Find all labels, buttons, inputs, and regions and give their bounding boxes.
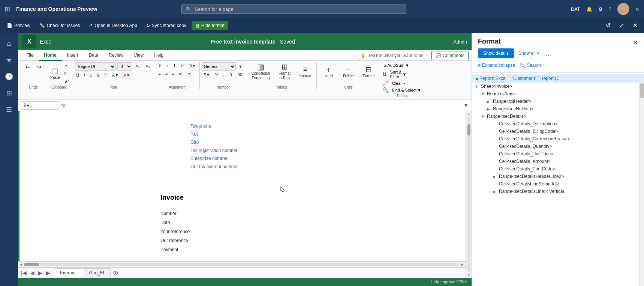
tree-item-unitprice[interactable]: Cell<secDetails_UnitPrice> [472, 150, 644, 158]
comments-button[interactable]: 💬 Comments [431, 51, 469, 60]
sidebar-recent-icon[interactable]: 🕐 [1, 69, 16, 84]
conditional-formatting-button[interactable]: ▦ ConditionalFormatting [249, 62, 273, 82]
fill-color-button[interactable]: A▼ [110, 72, 121, 78]
align-top-button[interactable]: ⬆ [156, 62, 163, 69]
refresh-icon[interactable]: ↺ [602, 20, 614, 32]
bell-icon[interactable]: 🔔 [586, 6, 592, 12]
tree-item-amount[interactable]: Cell<secDetails_Amount> [472, 158, 644, 165]
tree-item-secdetails[interactable]: ▼ Range<secDetails> [472, 113, 644, 120]
sheet-nav-first[interactable]: |◀ [19, 270, 28, 276]
expand-formula-bar-icon[interactable]: ▼ [463, 102, 469, 108]
tree-item-secnodata[interactable]: ▶ Range<secNoData> [472, 105, 644, 113]
help-icon[interactable]: ? [609, 6, 611, 12]
sync-button[interactable]: ↻ Sync stored copy [142, 21, 190, 30]
decrease-font-size-button[interactable]: A↓ [144, 63, 152, 70]
number-format-selector[interactable]: General [202, 62, 236, 71]
increase-font-size-button[interactable]: A↑ [134, 63, 142, 70]
increase-indent-button[interactable]: ⇥ [185, 70, 192, 77]
border-button[interactable]: ⊞ [102, 71, 109, 78]
percent-button[interactable]: % [213, 71, 220, 78]
report-item[interactable]: ◀ Report: Excel = "Customer FTI report (… [472, 74, 644, 83]
show-all-button[interactable]: Show all ▾ [517, 48, 541, 58]
strikethrough-button[interactable]: S [95, 72, 102, 78]
comma-button[interactable]: , [221, 71, 226, 78]
align-center-button[interactable]: ≡ [163, 70, 169, 77]
tab-home[interactable]: Home [39, 50, 61, 61]
copy-button[interactable]: ⎘ [63, 70, 70, 77]
delete-cells-button[interactable]: － Delete [339, 64, 358, 80]
popout-icon[interactable]: ⤢ [616, 20, 628, 32]
insert-cells-button[interactable]: ＋ Insert [319, 64, 338, 80]
wrap-text-button[interactable]: ↩ [179, 62, 186, 69]
sidebar-workspace-icon[interactable]: ⊞ [1, 86, 16, 101]
italic-button[interactable]: I [82, 72, 87, 78]
font-size-selector[interactable]: 8 [117, 62, 132, 71]
increase-decimal-button[interactable]: .00 [235, 71, 244, 78]
find-select-button[interactable]: Find & Select ▼ [390, 87, 423, 93]
format-painter-button[interactable]: 🖌 [63, 78, 70, 84]
tab-data[interactable]: Data [84, 50, 103, 61]
sidebar-star-icon[interactable]: ★ [1, 53, 16, 68]
spreadsheet-area[interactable]: Telephone Fax Giro Tax registration numb… [18, 111, 466, 261]
tab-file[interactable]: File [21, 50, 39, 61]
bold-button[interactable]: B [75, 72, 81, 78]
add-sheet-button[interactable]: ⊕ [113, 269, 118, 277]
merge-center-button[interactable]: ⊞▼ [187, 62, 198, 69]
currency-button[interactable]: $▼ [202, 71, 212, 78]
tree-item-rptheader[interactable]: ▶ Range<rptHeader> [472, 98, 644, 105]
check-issues-button[interactable]: ✏️ Check for issues [36, 21, 84, 30]
panel-scrollbar[interactable] [640, 82, 644, 286]
close-toolbar-icon[interactable]: ✕ [629, 20, 641, 32]
sidebar-modules-icon[interactable]: ☰ [1, 102, 16, 117]
sort-filter-button[interactable]: Sort &Filter ▼ [388, 69, 408, 80]
sheet-nav-next[interactable]: ▶ [37, 270, 44, 276]
number-format-dropdown[interactable]: ▼ [237, 63, 244, 70]
sheet-nav-prev[interactable]: ◀ [29, 270, 36, 276]
top-close-icon[interactable]: ✕ [635, 6, 640, 12]
tree-item-sheet-invoice[interactable]: ▼ Sheet<Invoice> [472, 83, 644, 90]
name-box[interactable] [21, 101, 58, 110]
sidebar-home-icon[interactable]: ⌂ [1, 36, 16, 51]
underline-button[interactable]: U [88, 72, 94, 78]
format-as-table-button[interactable]: ⊞ Formatas Table [275, 62, 295, 82]
tree-item-lineremark2[interactable]: Cell<secDetailsLineRemark2> [472, 180, 644, 188]
tree-item-quantity[interactable]: Cell<secDetails_Quantity> [472, 143, 644, 150]
tree-item-header-any[interactable]: ▼ Header<Any> [472, 90, 644, 98]
expand-collapse-button[interactable]: ≡ Expand/collapse [478, 63, 515, 68]
tree-item-secdetailsline[interactable]: ▶ Range<secDetailsLine>: Vertical [472, 188, 644, 195]
tree-item-description[interactable]: Cell<secDetails_Description> [472, 120, 644, 128]
horizontal-scrollbar[interactable]: ◀ ▶ [18, 261, 466, 267]
tab-insert[interactable]: Insert [62, 50, 84, 61]
font-color-button[interactable]: A▼ [121, 72, 132, 78]
user-avatar[interactable] [617, 3, 629, 15]
redo-button[interactable]: ↪ [34, 62, 44, 72]
sheet-nav-last[interactable]: ▶| [45, 270, 53, 276]
global-search-bar[interactable]: 🔍 Search for a page [181, 5, 406, 14]
sheet-tab-invoice[interactable]: Invoice [54, 268, 82, 277]
align-right-button[interactable]: ≡ [170, 70, 176, 77]
tab-review[interactable]: Review [103, 50, 129, 61]
tree-item-billingcode[interactable]: Cell<secDetails_BillingCode> [472, 128, 644, 135]
align-middle-button[interactable]: ↕ [164, 62, 170, 69]
font-name-selector[interactable]: Segoe UI [75, 62, 116, 71]
app-grid-icon[interactable]: ⊞ [4, 5, 10, 13]
formula-input[interactable] [68, 103, 460, 108]
tree-item-correctionreason[interactable]: Cell<secDetails_CorrectionReason [472, 135, 644, 143]
undo-button[interactable]: ↩ [22, 62, 33, 72]
show-details-button[interactable]: Show details [478, 48, 514, 58]
settings-icon[interactable]: ⚙ [598, 6, 603, 12]
decrease-decimal-button[interactable]: .0 [227, 71, 234, 78]
tab-view[interactable]: View [129, 50, 149, 61]
format-more-button[interactable]: … [545, 50, 552, 57]
sheet-tab-giro[interactable]: Giro_FI [83, 268, 111, 277]
format-cells-button[interactable]: ⊟ Format [359, 64, 378, 80]
paste-button[interactable]: 📋 Paste [48, 66, 62, 81]
tell-me-bar[interactable]: 💡 Tell me what you want to do [356, 51, 428, 60]
clear-button[interactable]: Clear ~ [390, 80, 407, 86]
format-panel-close-button[interactable]: ✕ [633, 39, 638, 46]
format-search-button[interactable]: 🔍 Search [520, 63, 541, 68]
cell-styles-button[interactable]: ≡ Format [296, 64, 315, 80]
preview-button[interactable]: 📄 Preview [3, 21, 34, 30]
tab-help[interactable]: Help [149, 50, 169, 61]
autosum-dropdown[interactable]: ▼ [405, 63, 409, 68]
